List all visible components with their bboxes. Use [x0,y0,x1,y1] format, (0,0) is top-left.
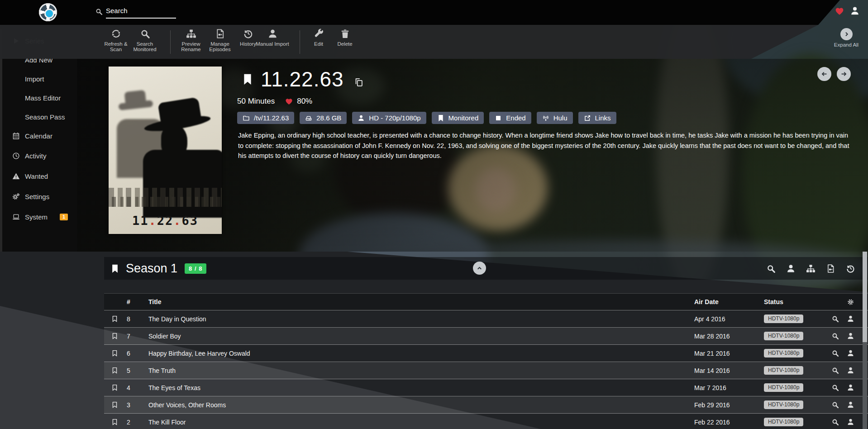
donate-heart-icon[interactable] [835,7,844,16]
episode-air-date: Mar 21 2016 [694,350,764,357]
delete-button[interactable]: Delete [328,29,362,57]
refresh-icon [111,29,121,39]
page-scrollbar[interactable] [863,252,867,429]
user-icon[interactable] [850,6,860,16]
expand-all-button[interactable]: Expand All [828,28,864,48]
search-icon [140,29,150,39]
search-monitored-button[interactable]: Search Monitored [128,29,162,57]
auto-search-icon[interactable] [831,315,839,323]
sitemap-icon[interactable] [806,264,816,273]
stop-icon [495,114,502,122]
season-collapse-button[interactable] [473,262,486,275]
episode-title[interactable]: Happy Birthday, Lee Harvey Oswald [148,350,694,357]
col-header-number[interactable]: # [127,298,148,305]
scrollbar-thumb[interactable] [863,252,867,342]
path-badge: /tv/11.22.63 [237,112,294,124]
auto-search-icon[interactable] [831,384,839,391]
manual-search-icon[interactable] [847,418,854,426]
season-title: Season 1 [126,262,177,276]
arrow-right-icon [840,70,848,78]
quality-badge: HDTV-1080p [764,400,803,409]
search-input[interactable] [106,6,176,19]
gear-icon[interactable] [847,298,854,306]
auto-search-icon[interactable] [831,401,839,409]
search-icon[interactable] [766,264,776,273]
series-badges: /tv/11.22.63 28.6 GB HD - 720p/1080p Mon… [237,112,616,124]
episode-title[interactable]: The Truth [148,367,694,374]
manual-search-icon[interactable] [847,315,854,323]
links-badge[interactable]: Links [578,112,616,124]
quality-badge: HDTV-1080p [764,332,803,340]
quality-profile-badge: HD - 720p/1080p [352,112,426,124]
file-video-icon [215,29,225,39]
manual-search-icon[interactable] [847,349,854,357]
series-poster: 11.22.63 [109,67,222,234]
quality-badge: HDTV-1080p [764,349,803,358]
table-row: 8 The Day in Question Apr 4 2016 HDTV-10… [104,310,868,328]
episode-title[interactable]: The Eyes of Texas [148,384,694,391]
episode-number: 5 [127,367,148,374]
network-badge: Hulu [537,112,573,124]
auto-search-icon[interactable] [831,418,839,426]
table-row: 6 Happy Birthday, Lee Harvey Oswald Mar … [104,345,868,362]
episode-number: 4 [127,384,148,391]
col-header-status[interactable]: Status [764,298,825,305]
copy-icon[interactable] [354,77,364,87]
manual-search-icon[interactable] [847,332,854,340]
search-icon [95,8,103,15]
toolbar-separator [170,30,171,54]
sonarr-logo[interactable] [39,3,57,21]
trash-icon [340,29,350,39]
season-action-icons [766,264,855,273]
episode-title[interactable]: The Kill Floor [148,419,694,426]
episode-title[interactable]: Soldier Boy [148,333,694,340]
bookmark-icon[interactable] [242,71,253,87]
history-icon[interactable] [846,264,855,273]
toolbar: Refresh & Scan Search Monitored Preview … [0,25,868,59]
episode-air-date: Mar 28 2016 [694,333,764,340]
broadcast-tower-icon [542,114,549,122]
episode-number: 3 [127,401,148,409]
next-series-button[interactable] [837,67,851,81]
manual-import-button[interactable]: Manual Import [255,29,290,57]
wrench-icon [314,29,324,39]
size-badge: 28.6 GB [300,112,347,124]
episode-title[interactable]: The Day in Question [148,315,694,323]
auto-search-icon[interactable] [831,332,839,340]
episode-title[interactable]: Other Voices, Other Rooms [148,401,694,409]
col-header-title[interactable]: Title [148,298,694,305]
manual-search-icon[interactable] [847,384,854,391]
bookmark-outline-icon[interactable] [111,332,118,340]
col-header-air-date[interactable]: Air Date [694,298,764,305]
series-runtime: 50 Minutes [237,97,275,106]
table-row: 7 Soldier Boy Mar 28 2016 HDTV-1080p [104,328,868,345]
bookmark-outline-icon[interactable] [111,418,118,426]
bookmark-outline-icon[interactable] [111,349,118,358]
manual-search-icon[interactable] [847,367,854,374]
heart-icon [285,98,293,105]
episode-air-date: Mar 7 2016 [694,384,764,391]
sitemap-icon [186,29,196,39]
drive-icon [305,114,312,122]
person-icon [358,114,365,122]
table-row: 4 The Eyes of Texas Mar 7 2016 HDTV-1080… [104,379,868,396]
person-icon[interactable] [786,264,796,273]
table-row: 3 Other Voices, Other Rooms Feb 29 2016 … [104,396,868,414]
series-rating: 80% [297,97,312,106]
file-video-icon[interactable] [826,264,835,273]
episode-air-date: Feb 22 2016 [694,419,764,426]
bookmark-outline-icon[interactable] [111,366,118,375]
bookmark-outline-icon[interactable] [111,400,118,409]
auto-search-icon[interactable] [831,367,839,374]
history-icon [243,29,253,39]
bookmark-outline-icon[interactable] [111,315,118,323]
auto-search-icon[interactable] [831,349,839,357]
episode-air-date: Feb 29 2016 [694,401,764,409]
episode-number: 2 [127,419,148,426]
previous-series-button[interactable] [817,67,831,81]
bookmark-icon[interactable] [110,262,119,275]
series-hero: 11.22.63 11.22.63 50 Minutes 80% /tv/11.… [0,59,868,252]
bookmark-outline-icon[interactable] [111,383,118,392]
table-row: 5 The Truth Mar 14 2016 HDTV-1080p [104,362,868,379]
manual-search-icon[interactable] [847,401,854,409]
